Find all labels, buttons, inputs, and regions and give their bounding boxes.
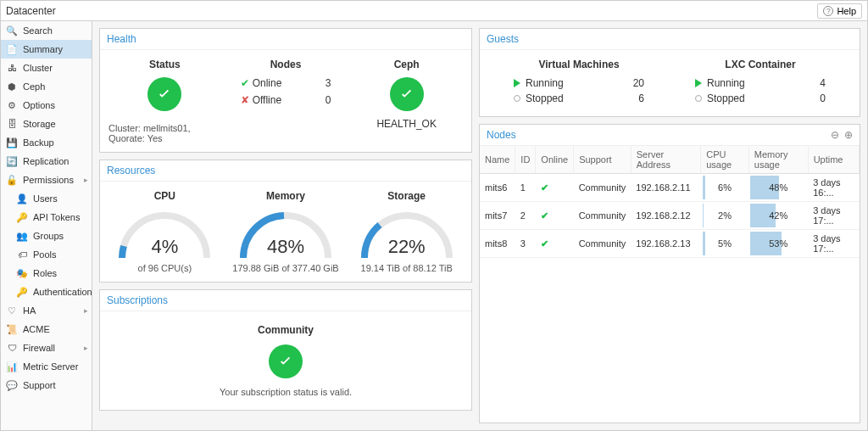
cell-mem: 48% [748,174,808,202]
cell-cpu: 5% [701,230,749,258]
cell-online: ✔ [536,174,574,202]
cell-support: Community [574,202,632,230]
sidebar-item-support[interactable]: 💬Support [1,376,92,395]
sidebar-item-groups[interactable]: 👥Groups [1,227,92,245]
sidebar-item-cluster[interactable]: 🖧Cluster [1,59,92,77]
help-label: Help [837,6,856,16]
cell-id: 2 [515,202,536,230]
storage-sub: 19.14 TiB of 88.12 TiB [361,263,453,273]
status-label: Status [149,59,181,70]
table-row[interactable]: mits61✔Community192.168.2.116%48%3 days … [480,174,860,202]
nodes-panel: Nodes ⊖ ⊕ Name ID Online Support [479,124,860,423]
cell-addr: 192.168.2.13 [631,230,700,258]
sidebar-item-ceph[interactable]: ⬢Ceph [1,77,92,96]
ceph-status: HEALTH_OK [376,118,436,130]
sidebar-item-metric-server[interactable]: 📊Metric Server [1,357,92,376]
col-cpu[interactable]: CPU usage [701,146,749,174]
sidebar-item-label: Replication [23,156,69,166]
cell-name: mits8 [480,230,515,258]
col-id[interactable]: ID [515,146,536,174]
table-row[interactable]: mits83✔Community192.168.2.135%53%3 days … [480,230,860,258]
cell-mem: 53% [748,230,808,258]
col-mem[interactable]: Memory usage [748,146,808,174]
sidebar-item-backup[interactable]: 💾Backup [1,133,92,152]
panel-header-guests: Guests [480,29,860,50]
summary-icon: 📄 [6,43,18,55]
panel-header-subscriptions: Subscriptions [100,290,471,311]
subscriptions-panel: Subscriptions Community Your subscriptio… [99,289,472,411]
subscription-status: Your subscription status is valid. [220,387,352,397]
chevron-right-icon: ▸ [84,176,88,184]
help-button[interactable]: ? Help [817,3,862,19]
cell-id: 1 [515,174,536,202]
sidebar-item-summary[interactable]: 📄Summary [1,40,92,59]
sidebar-item-replication[interactable]: 🔄Replication [1,152,92,171]
cell-online: ✔ [536,202,574,230]
users-icon: 👤 [16,193,28,204]
stop-icon [514,95,520,102]
sidebar-item-permissions[interactable]: 🔓Permissions▸ [1,171,92,189]
firewall-icon: 🛡 [6,342,18,354]
cell-id: 3 [515,230,536,258]
sidebar-item-label: Backup [23,137,54,148]
search-icon: 🔍 [6,25,18,36]
sidebar-item-ha[interactable]: ♡HA▸ [1,301,92,320]
sidebar-item-options[interactable]: ⚙Options [1,96,92,115]
vm-title: Virtual Machines [497,59,661,70]
lxc-title: LXC Container [678,59,843,70]
table-row[interactable]: mits72✔Community192.168.2.122%42%3 days … [480,202,860,230]
stop-icon [695,95,702,102]
auth-icon: 🔑 [16,286,28,298]
backup-icon: 💾 [6,137,18,148]
resources-panel: Resources CPU 4% of 96 CPU(s) Memory [99,160,472,283]
sidebar-item-label: Cluster [23,63,53,73]
col-addr[interactable]: Server Address [631,146,700,174]
sidebar-item-label: Metric Server [23,361,78,372]
sidebar-item-acme[interactable]: 📜ACME [1,320,92,339]
cluster-info: Cluster: mellmits01, Quorate: Yes [108,123,221,143]
nodes-label: Nodes [270,59,302,70]
status-ok-icon [147,77,181,111]
lxc-running-count: 4 [800,77,826,89]
sidebar-item-label: ACME [23,324,50,334]
ceph-label: Ceph [394,59,420,70]
collapse-icon[interactable]: ⊖ [831,129,839,141]
sidebar-item-label: HA [23,305,36,316]
cell-mem: 42% [748,202,808,230]
col-support[interactable]: Support [574,146,632,174]
check-icon: ✔ [541,210,548,221]
vm-stopped-count: 6 [619,92,644,104]
col-name[interactable]: Name [480,146,515,174]
col-uptime[interactable]: Uptime [808,146,859,174]
subscription-level: Community [258,324,314,336]
sidebar-item-users[interactable]: 👤Users [1,189,92,208]
cpu-sub: of 96 CPU(s) [138,263,192,273]
page-title: Datacenter [6,5,56,17]
sidebar-item-firewall[interactable]: 🛡Firewall▸ [1,339,92,357]
cell-uptime: 3 days 17:... [808,230,859,258]
sidebar-item-label: Options [23,100,55,110]
tokens-icon: 🔑 [16,211,28,223]
sidebar-item-authentication[interactable]: 🔑Authentication [1,283,92,301]
chevron-right-icon: ▸ [84,306,88,315]
sidebar-item-label: Pools [33,249,57,260]
cell-name: mits7 [480,202,515,230]
play-icon [514,79,520,87]
col-online[interactable]: Online [536,146,574,174]
sidebar-item-storage[interactable]: 🗄Storage [1,115,92,133]
guests-panel: Guests Virtual Machines Running20 Stoppe… [479,28,860,117]
sidebar-item-roles[interactable]: 🎭Roles [1,264,92,283]
cpu-gauge: 4% [114,207,215,258]
expand-icon[interactable]: ⊕ [844,129,853,141]
sidebar-item-search[interactable]: 🔍Search [1,21,92,40]
storage-icon: 🗄 [6,118,18,130]
storage-gauge: 22% [356,207,458,258]
panel-header-resources: Resources [100,160,471,182]
x-icon: ✘ [241,94,249,106]
cell-uptime: 3 days 17:... [808,202,859,230]
cpu-label: CPU [154,190,175,202]
online-count: 3 [326,77,331,89]
sidebar-item-api-tokens[interactable]: 🔑API Tokens [1,208,92,227]
sidebar-item-pools[interactable]: 🏷Pools [1,245,92,264]
sidebar-item-label: API Tokens [33,212,80,222]
